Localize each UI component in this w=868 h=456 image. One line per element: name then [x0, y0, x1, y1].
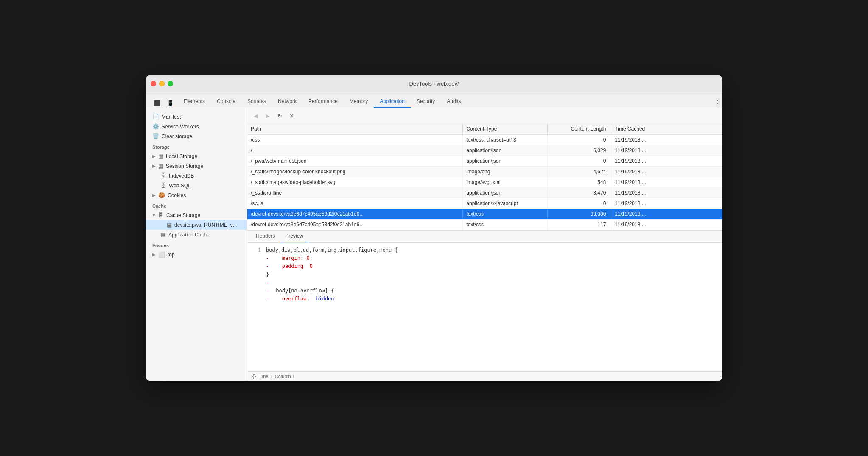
sidebar-item-cache-storage[interactable]: ▶ 🗄 Cache Storage — [146, 210, 247, 220]
td-path: /css — [247, 135, 463, 145]
sidebar-item-top[interactable]: ▶ ⬜ top — [146, 250, 247, 259]
tab-application[interactable]: Application — [374, 96, 411, 108]
local-storage-icon: ▦ — [158, 153, 163, 159]
table-row[interactable]: /_static/images/video-placeholder.svg im… — [247, 177, 722, 188]
table-row[interactable]: / application/json 6,029 11/19/2018,... — [247, 145, 722, 156]
code-line-1: 1 body,div,dl,dd,form,img,input,figure,m… — [252, 246, 717, 254]
refresh-button[interactable]: ↻ — [274, 111, 285, 120]
tab-network[interactable]: Network — [272, 96, 302, 108]
table-header: Path Content-Type Content-Length Time Ca… — [247, 123, 722, 135]
table-row[interactable]: /sw.js application/x-javascript 0 11/19/… — [247, 198, 722, 209]
code-line-2: - margin: 0; — [252, 254, 717, 262]
code-content: body[no-overflow] { — [276, 287, 334, 295]
td-content-length: 4,624 — [548, 167, 611, 177]
sidebar-item-clear-storage[interactable]: 🗑️ Clear storage — [146, 131, 247, 141]
td-content-type: image/png — [463, 167, 548, 177]
tab-console[interactable]: Console — [211, 96, 241, 108]
sidebar-item-local-storage[interactable]: ▶ ▦ Local Storage — [146, 151, 247, 161]
more-tabs-button[interactable]: ⋮ — [712, 98, 722, 108]
tab-preview[interactable]: Preview — [280, 231, 308, 242]
td-path: /devrel-devsite/va3e6d7c495ae58d2f0c21ab… — [247, 220, 463, 230]
table-row[interactable]: /_pwa/web/manifest.json application/json… — [247, 156, 722, 167]
sidebar-item-application-cache[interactable]: ▦ Application Cache — [146, 230, 247, 239]
sidebar-item-web-sql[interactable]: 🗄 Web SQL — [146, 181, 247, 190]
sidebar-item-service-workers[interactable]: ⚙️ Service Workers — [146, 122, 247, 131]
forward-button[interactable]: ▶ — [263, 111, 273, 120]
preview-tabs: Headers Preview — [247, 231, 722, 243]
sidebar-item-session-storage[interactable]: ▶ ▦ Session Storage — [146, 161, 247, 171]
cache-table: Path Content-Type Content-Length Time Ca… — [247, 123, 722, 230]
sidebar-item-manifest[interactable]: 📄 Manifest — [146, 112, 247, 122]
cache-toolbar: ◀ ▶ ↻ ✕ — [247, 108, 722, 123]
tab-sources[interactable]: Sources — [241, 96, 272, 108]
code-content: } — [266, 271, 269, 279]
device-icon[interactable]: 📱 — [165, 98, 175, 108]
td-content-length: 117 — [548, 220, 611, 230]
tab-performance[interactable]: Performance — [302, 96, 344, 108]
sidebar-label-cookies: Cookies — [168, 192, 186, 198]
td-content-type: text/css; charset=utf-8 — [463, 135, 548, 145]
td-time-cached: 11/19/2018,... — [611, 167, 722, 177]
td-time-cached: 11/19/2018,... — [611, 209, 722, 219]
cache-section-header: Cache — [146, 200, 247, 210]
sidebar-item-cookies[interactable]: ▶ 🍪 Cookies — [146, 190, 247, 200]
minus-marker: - — [266, 254, 269, 262]
sidebar-item-devsite-runtime[interactable]: ▦ devsite.pwa_RUNTIME_v2 - https://web.c… — [146, 220, 247, 230]
table-row[interactable]: /css text/css; charset=utf-8 0 11/19/201… — [247, 135, 722, 145]
sidebar-label-service-workers: Service Workers — [162, 124, 199, 130]
td-content-type: application/json — [463, 156, 548, 166]
minus-marker: - — [266, 287, 269, 295]
sidebar-label-cache-storage: Cache Storage — [166, 212, 200, 218]
session-storage-arrow: ▶ — [152, 164, 156, 168]
line-num — [252, 254, 261, 262]
minimize-button[interactable] — [159, 81, 165, 86]
table-row[interactable]: /devrel-devsite/va3e6d7c495ae58d2f0c21ab… — [247, 220, 722, 230]
clear-button[interactable]: ✕ — [286, 111, 297, 120]
td-path: / — [247, 145, 463, 156]
td-content-type: application/x-javascript — [463, 198, 548, 209]
sidebar-item-indexeddb[interactable]: 🗄 IndexedDB — [146, 171, 247, 181]
application-cache-icon: ▦ — [161, 231, 166, 238]
service-workers-icon: ⚙️ — [152, 123, 159, 130]
td-content-length: 0 — [548, 198, 611, 209]
td-content-length: 3,470 — [548, 188, 611, 198]
tab-memory[interactable]: Memory — [344, 96, 374, 108]
table-row-selected[interactable]: /devrel-devsite/va3e6d7c495ae58d2f0c21ab… — [247, 209, 722, 220]
td-path: /devrel-devsite/va3e6d7c495ae58d2f0c21ab… — [247, 209, 463, 219]
line-num — [252, 279, 261, 287]
devsite-runtime-icon: ▦ — [167, 222, 172, 228]
td-content-length: 0 — [548, 156, 611, 166]
table-row[interactable]: /_static/images/lockup-color-knockout.pn… — [247, 167, 722, 177]
table-row[interactable]: /_static/offline application/json 3,470 … — [247, 188, 722, 198]
devtools-icons: ⬛ 📱 — [149, 98, 178, 108]
td-content-type: application/json — [463, 145, 548, 156]
code-line-4: } — [252, 271, 717, 279]
cache-storage-icon: 🗄 — [158, 212, 164, 218]
th-path: Path — [247, 123, 463, 134]
sidebar-label-top: top — [168, 252, 175, 258]
inspect-icon[interactable]: ⬛ — [151, 98, 162, 108]
storage-section-header: Storage — [146, 141, 247, 151]
td-path: /_static/images/video-placeholder.svg — [247, 177, 463, 187]
td-content-length: 33,080 — [548, 209, 611, 219]
td-time-cached: 11/19/2018,... — [611, 135, 722, 145]
tab-security[interactable]: Security — [411, 96, 441, 108]
td-path: /_pwa/web/manifest.json — [247, 156, 463, 166]
th-content-length: Content-Length — [548, 123, 611, 134]
main-layout: 📄 Manifest ⚙️ Service Workers 🗑️ Clear s… — [146, 108, 722, 381]
tab-audits[interactable]: Audits — [441, 96, 467, 108]
clear-storage-icon: 🗑️ — [152, 133, 159, 139]
td-content-type: text/css — [463, 220, 548, 230]
td-path: /sw.js — [247, 198, 463, 209]
tab-elements[interactable]: Elements — [178, 96, 211, 108]
td-time-cached: 11/19/2018,... — [611, 156, 722, 166]
close-button[interactable] — [151, 81, 156, 86]
minus-marker: - — [266, 279, 269, 287]
tab-headers[interactable]: Headers — [251, 231, 280, 242]
local-storage-arrow: ▶ — [152, 154, 156, 158]
back-button[interactable]: ◀ — [251, 111, 261, 120]
td-time-cached: 11/19/2018,... — [611, 198, 722, 209]
line-num: 1 — [252, 246, 261, 254]
td-content-length: 0 — [548, 135, 611, 145]
maximize-button[interactable] — [168, 81, 173, 86]
